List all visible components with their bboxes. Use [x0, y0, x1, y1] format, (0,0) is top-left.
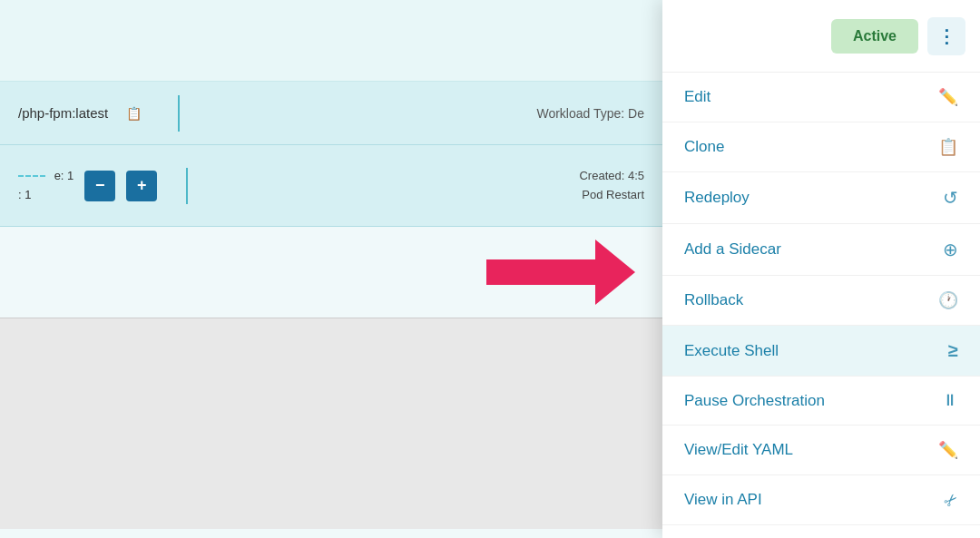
- redeploy-icon: ↺: [943, 187, 958, 209]
- dropdown-panel: Active ⋮ Edit ✏️ Clone 📋 Redeploy ↺ Add …: [662, 0, 980, 538]
- pause-icon: ⏸: [942, 391, 958, 410]
- menu-item-pause[interactable]: Pause Orchestration ⏸: [662, 377, 980, 426]
- arrow-head: [595, 240, 635, 305]
- menu-item-clone[interactable]: Clone 📋: [662, 122, 980, 172]
- arrow-body: [486, 259, 595, 285]
- menu-item-execute-shell-label: Execute Shell: [684, 342, 779, 360]
- top-bar: [0, 0, 662, 82]
- menu-item-pause-label: Pause Orchestration: [684, 392, 825, 410]
- vertical-divider-2: [186, 168, 188, 204]
- active-button[interactable]: Active: [831, 19, 918, 54]
- menu-item-clone-label: Clone: [684, 138, 724, 156]
- main-content: /php-fpm:latest 📋 Workload Type: De e: 1…: [0, 0, 662, 538]
- vertical-divider: [178, 95, 180, 132]
- menu-item-edit-label: Edit: [684, 88, 710, 106]
- arrow-shape: [486, 240, 635, 305]
- yaml-icon: ✏️: [938, 440, 958, 460]
- menu-item-sidecar[interactable]: Add a Sidecar ⊕: [662, 224, 980, 276]
- dropdown-header: Active ⋮: [662, 0, 980, 73]
- clone-icon: 📋: [938, 137, 958, 157]
- workload-name: /php-fpm:latest: [18, 105, 108, 121]
- bottom-area: [0, 318, 662, 529]
- menu-item-api[interactable]: View in API ✂: [662, 475, 980, 525]
- minus-button[interactable]: −: [84, 171, 115, 201]
- workload-row: /php-fpm:latest 📋 Workload Type: De: [0, 82, 662, 145]
- menu-item-yaml[interactable]: View/Edit YAML ✏️: [662, 426, 980, 475]
- created-label: Created: 4:5: [579, 167, 644, 186]
- dashed-line: [18, 175, 45, 177]
- edit-icon: ✏️: [938, 87, 958, 107]
- menu-item-rollback-label: Rollback: [684, 291, 743, 309]
- menu-item-redeploy[interactable]: Redeploy ↺: [662, 172, 980, 224]
- menu-item-redeploy-label: Redeploy: [684, 189, 750, 207]
- pod-info: e: 1 : 1: [18, 167, 74, 205]
- api-icon: ✂: [939, 488, 963, 512]
- more-button[interactable]: ⋮: [927, 17, 965, 55]
- plus-button[interactable]: +: [126, 171, 157, 201]
- menu-item-yaml-label: View/Edit YAML: [684, 441, 793, 459]
- menu-item-execute-shell[interactable]: Execute Shell ≥: [662, 326, 980, 377]
- menu-item-rollback[interactable]: Rollback 🕐: [662, 276, 980, 326]
- workload-type: Workload Type: De: [536, 106, 644, 121]
- copy-icon[interactable]: 📋: [126, 106, 142, 121]
- execute-shell-icon: ≥: [948, 340, 958, 361]
- menu-item-edit[interactable]: Edit ✏️: [662, 73, 980, 122]
- sidecar-icon: ⊕: [943, 239, 958, 260]
- created-info: Created: 4:5 Pod Restart: [579, 167, 644, 205]
- menu-list: Edit ✏️ Clone 📋 Redeploy ↺ Add a Sidecar…: [662, 73, 980, 538]
- pod-row: e: 1 : 1 − + Created: 4:5 Pod Restart: [0, 145, 662, 227]
- restart-label: Pod Restart: [579, 186, 644, 205]
- menu-item-sidecar-label: Add a Sidecar: [684, 240, 781, 259]
- menu-item-api-label: View in API: [684, 491, 762, 509]
- replica-label: e: 1: [18, 167, 74, 186]
- sub-label: : 1: [18, 186, 74, 205]
- rollback-icon: 🕐: [938, 290, 958, 310]
- arrow-area: [0, 227, 662, 318]
